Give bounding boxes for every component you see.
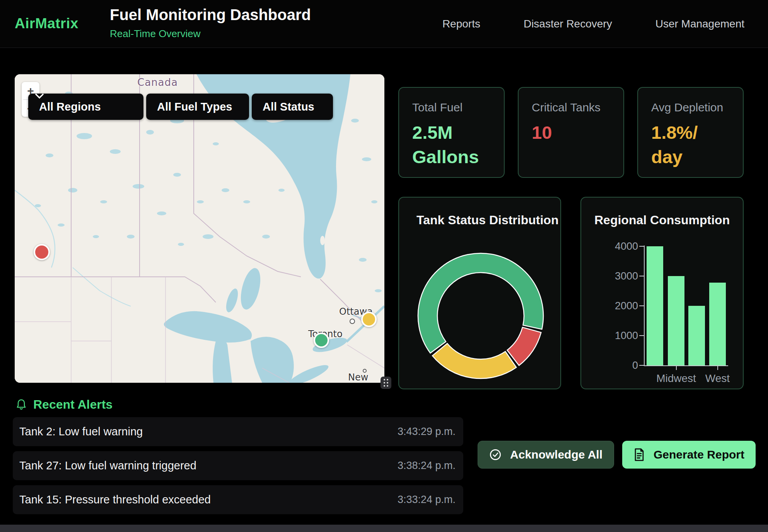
stat-label: Critical Tanks (532, 101, 601, 114)
check-circle-icon (489, 448, 502, 461)
status-filter-select[interactable]: All Status (252, 94, 333, 120)
alert-timestamp: 3:43:29 p.m. (398, 426, 456, 438)
normal-tank-marker[interactable] (314, 332, 329, 348)
nav-item-reports[interactable]: Reports (442, 18, 480, 30)
alert-row[interactable]: Tank 27: Low fuel warning triggered 3:38… (13, 451, 463, 480)
new-york-town-dot (363, 369, 367, 373)
bell-icon (16, 399, 26, 411)
nav-item-user-management[interactable]: User Management (655, 18, 744, 30)
y-tick-label: 4000 (592, 240, 638, 252)
stat-card-critical-tanks: Critical Tanks 10 (518, 87, 624, 178)
bar-region-1 (647, 246, 663, 365)
recent-alerts-title: Recent Alerts (33, 397, 113, 412)
fuel-type-filter-value: All Fuel Types (157, 101, 232, 113)
map-filter-bar: All Regions All Fuel Types All Status (28, 94, 333, 120)
alert-text: Tank 15: Pressure threshold exceeded (19, 493, 211, 506)
main-nav: Reports Disaster Recovery User Managemen… (442, 0, 744, 48)
y-tick-label: 1000 (592, 330, 638, 342)
donut-segment-warning (432, 343, 516, 379)
bar-region-3 (688, 306, 705, 365)
stat-label: Avg Depletion (651, 101, 723, 114)
y-axis-line (644, 246, 645, 366)
report-document-icon (633, 448, 645, 461)
alert-row[interactable]: Tank 2: Low fuel warning 3:43:29 p.m. (13, 417, 463, 446)
stat-card-avg-depletion: Avg Depletion 1.8%/day (637, 87, 744, 178)
horizontal-scrollbar[interactable] (0, 525, 768, 532)
regional-consumption-chart-card: Regional Consumption 01000200030004000Mi… (580, 197, 744, 389)
top-header: AirMatrix Fuel Monitoring Dashboard Real… (0, 0, 768, 48)
nav-item-disaster-recovery[interactable]: Disaster Recovery (524, 18, 612, 30)
stat-value: 2.5MGallons (412, 120, 479, 169)
status-filter-value: All Status (263, 101, 314, 113)
chevron-down-icon (35, 94, 44, 99)
acknowledge-all-label: Acknowledge All (510, 448, 602, 461)
x-tick-label: Midwest (656, 372, 696, 385)
alert-timestamp: 3:38:24 p.m. (398, 460, 456, 472)
tank-status-chart-card: Tank Status Distribution (398, 197, 561, 389)
regional-consumption-bar-chart: 01000200030004000MidwestWest (581, 198, 744, 390)
page-subtitle: Real-Time Overview (110, 28, 201, 40)
bar-west (709, 283, 726, 365)
y-tick-label: 2000 (592, 300, 638, 312)
critical-tank-marker[interactable] (34, 244, 50, 260)
fuel-type-filter-select[interactable]: All Fuel Types (146, 94, 249, 120)
stat-value: 1.8%/day (651, 120, 698, 169)
alert-timestamp: 3:33:24 p.m. (398, 494, 456, 506)
bar-midwest (668, 276, 684, 365)
recent-alerts-header: Recent Alerts (16, 397, 113, 412)
map-label-canada: Canada (137, 77, 178, 88)
x-tick-label: West (705, 372, 730, 385)
fuel-sites-map[interactable]: Canada Ottawa Toronto New York + − All R… (15, 74, 384, 383)
alert-text: Tank 27: Low fuel warning triggered (19, 459, 196, 472)
acknowledge-all-button[interactable]: Acknowledge All (478, 441, 614, 469)
y-tick-label: 0 (592, 360, 638, 372)
y-tick-label: 3000 (592, 270, 638, 282)
stat-card-total-fuel: Total Fuel 2.5MGallons (398, 87, 505, 178)
stat-value: 10 (532, 120, 552, 145)
alert-row[interactable]: Tank 15: Pressure threshold exceeded 3:3… (13, 485, 463, 514)
chart-title: Tank Status Distribution (416, 213, 558, 227)
donut-segment-critical (507, 327, 541, 366)
warning-tank-marker[interactable] (361, 312, 377, 327)
stat-label: Total Fuel (412, 101, 463, 114)
generate-report-label: Generate Report (654, 448, 744, 461)
alert-text: Tank 2: Low fuel warning (19, 425, 143, 438)
map-resize-handle[interactable] (381, 377, 391, 389)
app-logo: AirMatrix (15, 15, 79, 32)
region-filter-select[interactable]: All Regions (28, 94, 143, 120)
map-label-new-york: New York (348, 372, 384, 383)
ottawa-town-dot (350, 319, 355, 324)
x-axis-line (644, 365, 728, 366)
generate-report-button[interactable]: Generate Report (622, 441, 756, 469)
region-filter-value: All Regions (39, 101, 101, 113)
page-title: Fuel Monitoring Dashboard (110, 6, 311, 24)
